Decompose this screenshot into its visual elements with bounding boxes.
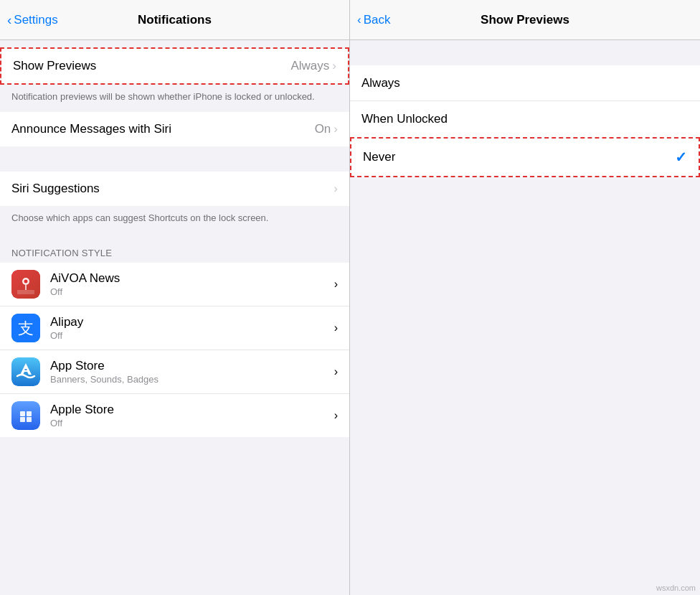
app-row-left-alipay: 支 Alipay Off — [11, 314, 83, 342]
svg-rect-11 — [20, 417, 25, 422]
app-icon-aivoa — [11, 270, 40, 299]
announce-messages-value: On — [315, 122, 331, 136]
notification-style-header: NOTIFICATION STYLE — [0, 233, 349, 263]
show-previews-chevron-icon: › — [332, 59, 336, 73]
back-button[interactable]: ‹ Back — [357, 13, 390, 27]
right-back-chevron-icon: ‹ — [357, 13, 361, 27]
watermark: wsxdn.com — [656, 584, 696, 592]
app-text-aivoa: AiVOA News Off — [50, 271, 120, 297]
app-row-left-applestore: Apple Store Off — [11, 401, 114, 430]
back-chevron-icon: ‹ — [7, 12, 11, 28]
option-row-when-unlocked[interactable]: When Unlocked — [350, 101, 700, 137]
app-icon-appstore — [11, 357, 40, 386]
svg-rect-10 — [27, 411, 32, 416]
announce-messages-row[interactable]: Announce Messages with Siri On › — [0, 112, 349, 146]
app-icon-applestore — [11, 401, 40, 430]
siri-suggestions-description: Choose which apps can suggest Shortcuts … — [0, 206, 349, 233]
announce-messages-chevron-icon: › — [334, 122, 338, 136]
app-text-alipay: Alipay Off — [50, 315, 83, 341]
announce-messages-value-container: On › — [315, 122, 338, 136]
svg-rect-4 — [17, 290, 34, 294]
section-gap-1 — [0, 146, 349, 172]
app-sub-aivoa: Off — [50, 286, 120, 297]
app-row-left-aivoa: AiVOA News Off — [11, 270, 120, 299]
app-chevron-applestore-icon: › — [334, 409, 338, 422]
app-chevron-appstore-icon: › — [334, 365, 338, 378]
right-back-label: Back — [364, 13, 391, 27]
page-title: Notifications — [138, 13, 212, 27]
option-label-always: Always — [361, 76, 400, 90]
svg-rect-8 — [11, 401, 40, 430]
app-chevron-aivoa-icon: › — [334, 278, 338, 291]
siri-suggestions-section: Siri Suggestions › — [0, 172, 349, 206]
right-panel: ‹ Back Show Previews Always When Unlocke… — [350, 0, 700, 595]
siri-suggestions-row[interactable]: Siri Suggestions › — [0, 172, 349, 206]
back-label: Settings — [14, 13, 57, 27]
app-row-appstore[interactable]: App Store Banners, Sounds, Badges › — [0, 350, 349, 394]
app-text-applestore: Apple Store Off — [50, 403, 114, 428]
app-chevron-alipay-icon: › — [334, 322, 338, 334]
app-sub-appstore: Banners, Sounds, Badges — [50, 374, 159, 385]
siri-suggestions-label: Siri Suggestions — [11, 182, 100, 196]
app-sub-alipay: Off — [50, 330, 83, 341]
option-row-always[interactable]: Always — [350, 65, 700, 101]
option-label-never: Never — [363, 150, 395, 164]
svg-text:支: 支 — [18, 319, 34, 337]
svg-rect-12 — [27, 417, 32, 422]
show-previews-row[interactable]: Show Previews Always › — [1, 49, 348, 83]
app-row-aivoa[interactable]: AiVOA News Off › — [0, 263, 349, 306]
app-row-alipay[interactable]: 支 Alipay Off › — [0, 306, 349, 350]
never-section: Never ✓ — [350, 137, 700, 177]
left-navbar: ‹ Settings Notifications — [0, 0, 349, 40]
show-previews-label: Show Previews — [13, 59, 96, 73]
app-name-applestore: Apple Store — [50, 403, 114, 417]
app-row-applestore[interactable]: Apple Store Off › — [0, 394, 349, 437]
app-row-left-appstore: App Store Banners, Sounds, Badges — [11, 357, 159, 386]
checkmark-icon: ✓ — [675, 149, 687, 166]
settings-back-button[interactable]: ‹ Settings — [7, 12, 58, 28]
app-text-appstore: App Store Banners, Sounds, Badges — [50, 359, 159, 385]
announce-messages-label: Announce Messages with Siri — [11, 122, 171, 136]
svg-point-3 — [24, 280, 28, 284]
right-page-title: Show Previews — [481, 13, 569, 27]
svg-rect-9 — [20, 411, 25, 416]
left-panel: ‹ Settings Notifications Show Previews A… — [0, 0, 350, 595]
show-previews-value: Always — [290, 59, 329, 73]
siri-suggestions-value-container: › — [334, 182, 338, 196]
option-label-when-unlocked: When Unlocked — [361, 112, 448, 126]
show-previews-description: Notification previews will be shown whet… — [0, 85, 349, 112]
option-row-never[interactable]: Never ✓ — [351, 139, 699, 176]
app-name-alipay: Alipay — [50, 315, 83, 329]
app-sub-applestore: Off — [50, 418, 114, 428]
app-icon-alipay: 支 — [11, 314, 40, 342]
right-section-gap — [350, 40, 700, 65]
app-name-appstore: App Store — [50, 359, 159, 373]
siri-suggestions-chevron-icon: › — [334, 182, 338, 196]
app-list: AiVOA News Off › 支 Alipay Off — [0, 263, 349, 437]
show-previews-section: Show Previews Always › — [0, 47, 349, 85]
preview-options-top: Always When Unlocked — [350, 65, 700, 137]
right-navbar: ‹ Back Show Previews — [350, 0, 700, 40]
announce-messages-section: Announce Messages with Siri On › — [0, 112, 349, 146]
app-name-aivoa: AiVOA News — [50, 271, 120, 286]
show-previews-value-container: Always › — [290, 59, 336, 73]
